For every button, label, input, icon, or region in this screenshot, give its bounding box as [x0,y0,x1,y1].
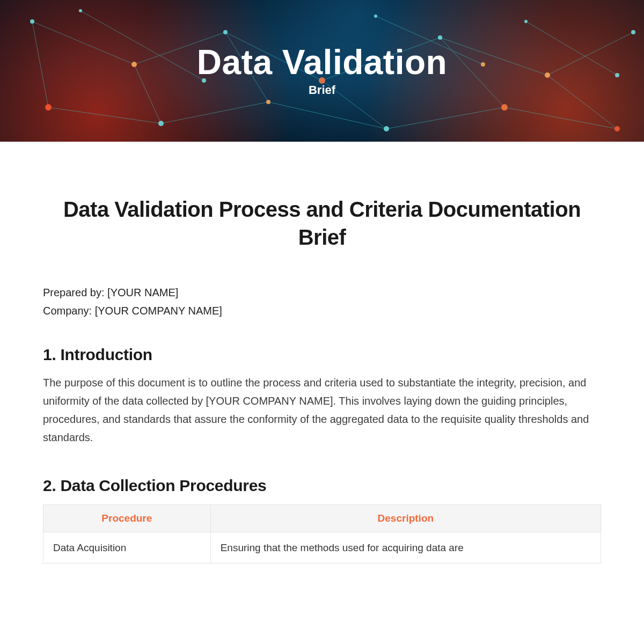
svg-line-6 [48,107,161,123]
procedures-table: Procedure Description Data Acquisition E… [43,504,601,564]
svg-line-16 [547,75,617,129]
hero-banner: Data Validation Brief [0,0,644,142]
hero-subtitle: Brief [309,83,335,97]
svg-point-25 [545,72,550,78]
svg-line-15 [32,21,48,107]
svg-line-9 [386,107,504,129]
svg-point-32 [614,126,620,131]
col-procedure-header: Procedure [43,505,211,532]
table-row: Data Acquisition Ensuring that the metho… [43,532,601,564]
svg-point-33 [79,9,82,12]
svg-line-0 [32,21,134,64]
company-value: [YOUR COMPANY NAME] [95,305,222,317]
company-label: Company: [43,305,95,317]
section-2-heading: 2. Data Collection Procedures [43,477,601,495]
svg-line-17 [80,11,204,80]
svg-line-7 [161,102,268,123]
svg-line-10 [504,107,617,129]
svg-point-28 [158,121,164,126]
svg-point-37 [524,20,528,23]
svg-line-5 [547,32,633,75]
col-description-header: Description [210,505,601,532]
document-meta: Prepared by: [YOUR NAME] Company: [YOUR … [43,283,601,320]
svg-point-27 [45,104,52,111]
hero-title: Data Validation [197,45,447,80]
document-title: Data Validation Process and Criteria Doc… [43,195,601,251]
company-line: Company: [YOUR COMPANY NAME] [43,302,601,320]
table-header-row: Procedure Description [43,505,601,532]
svg-point-38 [615,73,619,77]
svg-point-30 [384,126,389,131]
document-body: Data Validation Process and Criteria Doc… [0,142,644,564]
svg-point-36 [481,62,485,67]
svg-point-20 [30,19,34,24]
svg-point-24 [438,35,442,40]
svg-point-31 [501,104,508,111]
svg-line-4 [440,38,547,75]
prepared-by-label: Prepared by: [43,287,107,298]
section-1-body: The purpose of this document is to outli… [43,374,601,447]
svg-line-19 [526,21,617,75]
description-cell: Ensuring that the methods used for acqui… [210,532,601,564]
procedure-cell: Data Acquisition [43,532,211,564]
svg-point-29 [266,100,270,104]
svg-line-11 [134,64,161,123]
prepared-by-line: Prepared by: [YOUR NAME] [43,283,601,302]
svg-point-26 [631,30,635,34]
svg-point-21 [131,62,137,67]
prepared-by-value: [YOUR NAME] [107,287,178,298]
svg-line-14 [440,38,504,107]
section-1-heading: 1. Introduction [43,346,601,364]
svg-point-35 [374,14,377,18]
svg-point-22 [223,30,228,34]
